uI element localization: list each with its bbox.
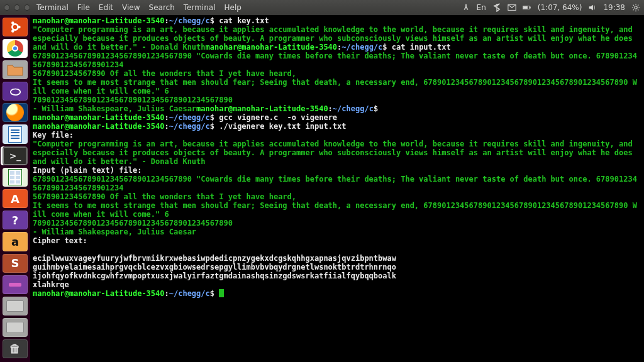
- input-file-line2: 5678901234567890 Of all the wonders that…: [33, 69, 296, 78]
- sublime-icon[interactable]: S: [3, 254, 28, 273]
- svg-rect-2: [530, 7, 530, 8]
- terminal-viewport[interactable]: manohar@manohar-Latitude-3540:~/chegg/c$…: [30, 15, 644, 362]
- input-echo-line2: 5678901234567890 Of all the wonders that…: [33, 192, 296, 201]
- menu-terminal[interactable]: Terminal: [184, 3, 216, 12]
- menu-search[interactable]: Search: [149, 3, 175, 12]
- input-file-line4: 7890123456789012345678901234567890123456…: [33, 96, 233, 104]
- key-file-echo: "Computer programming is an art, because…: [33, 140, 637, 166]
- cmd-cat-key: cat key.txt: [219, 16, 269, 25]
- svg-point-5: [12, 24, 18, 30]
- settings-gear-icon[interactable]: [631, 3, 640, 12]
- shield-app-icon[interactable]: ⬭: [3, 82, 28, 101]
- close-window-icon[interactable]: [4, 4, 10, 11]
- volume-icon[interactable]: [588, 3, 597, 12]
- calc-icon[interactable]: [3, 168, 28, 187]
- cmd-gcc: gcc vignere.c -o vigenere: [219, 113, 337, 122]
- cipher-line2: guihmbyelaimesaihprgvqcblcezvxgbiowsedrs…: [33, 263, 396, 272]
- network-icon[interactable]: [462, 3, 470, 12]
- input-file-line3: It seems to me most strange that men sho…: [33, 78, 637, 96]
- software-center-icon[interactable]: A: [3, 189, 28, 208]
- input-file-line1: 67890123456789012345678901234567890 "Cow…: [33, 52, 637, 69]
- minimize-window-icon[interactable]: [14, 4, 20, 11]
- menu-bar: Terminal File Edit View Search Terminal …: [36, 3, 242, 12]
- keyboard-layout-indicator[interactable]: En: [477, 3, 486, 12]
- system-tray: En (1:07, 64%) 19:38: [462, 3, 640, 12]
- menu-view[interactable]: View: [122, 3, 140, 12]
- svg-point-6: [18, 26, 21, 29]
- top-menu-bar: Terminal File Edit View Search Terminal …: [0, 0, 644, 15]
- help-icon[interactable]: ?: [3, 211, 28, 229]
- mounted-disk-2-icon[interactable]: [3, 318, 28, 337]
- mounted-disk-1-icon[interactable]: [3, 297, 28, 315]
- hdr-input-file: Input (plain text) file:: [33, 166, 142, 175]
- mail-icon[interactable]: [508, 3, 516, 12]
- input-file-line5: - William Shakespeare, Julius Caesar: [33, 104, 196, 113]
- menu-edit[interactable]: Edit: [99, 3, 113, 12]
- terminal-icon[interactable]: >_: [3, 146, 28, 166]
- unity-launcher: ⬭ >_ A ? a S 🗑: [0, 15, 30, 362]
- menu-file[interactable]: File: [77, 3, 90, 12]
- battery-label: (1:07, 64%): [538, 3, 582, 12]
- app-name-label: Terminal: [36, 3, 69, 12]
- input-echo-line3: It seems to me most strange that men sho…: [33, 201, 637, 219]
- dash-icon[interactable]: [3, 18, 28, 36]
- screenshot-icon[interactable]: [3, 275, 28, 294]
- cipher-line4: xlahkrqe: [33, 280, 69, 289]
- writer-icon[interactable]: [3, 124, 28, 143]
- bluetooth-icon[interactable]: [492, 3, 501, 12]
- prompt-path: ~/chegg/c: [169, 16, 210, 25]
- prompt-user: manohar@manohar-Latitude-3540: [33, 16, 165, 25]
- trash-icon[interactable]: 🗑: [3, 339, 28, 358]
- maximize-window-icon[interactable]: [24, 4, 30, 11]
- clock-label[interactable]: 19:38: [603, 3, 625, 12]
- input-echo-line4: 7890123456789012345678901234567890123456…: [33, 219, 233, 228]
- menu-help[interactable]: Help: [225, 3, 242, 12]
- cmd-run: ./vigenere key.txt input.txt: [219, 122, 346, 131]
- svg-point-8: [11, 30, 14, 33]
- firefox-icon[interactable]: [3, 103, 28, 122]
- hdr-key-file: Key file:: [33, 131, 74, 140]
- svg-rect-3: [523, 6, 527, 9]
- chrome-icon[interactable]: [3, 39, 28, 58]
- window-buttons: [4, 4, 30, 11]
- cmd-cat-input: cat input.txt: [392, 43, 451, 52]
- files-icon[interactable]: [3, 60, 28, 79]
- svg-point-7: [11, 21, 14, 25]
- terminal-cursor: [219, 289, 224, 297]
- input-echo-line5: - William Shakespeare, Julius Caesar: [33, 228, 196, 236]
- battery-icon[interactable]: [523, 3, 531, 12]
- cipher-line3: ijohfqyofkvdnkcgwhfzvmpoptxusxjwalyirfaz…: [33, 272, 396, 280]
- input-echo-line1: 67890123456789012345678901234567890 "Cow…: [33, 175, 637, 192]
- cipher-line1: eciplwwuxvageyfuuryjwfbrvmiikrxwebasiwpd…: [33, 254, 396, 263]
- hdr-cipher: Cipher text:: [33, 236, 87, 245]
- svg-point-4: [635, 6, 637, 9]
- amazon-icon[interactable]: a: [3, 232, 28, 251]
